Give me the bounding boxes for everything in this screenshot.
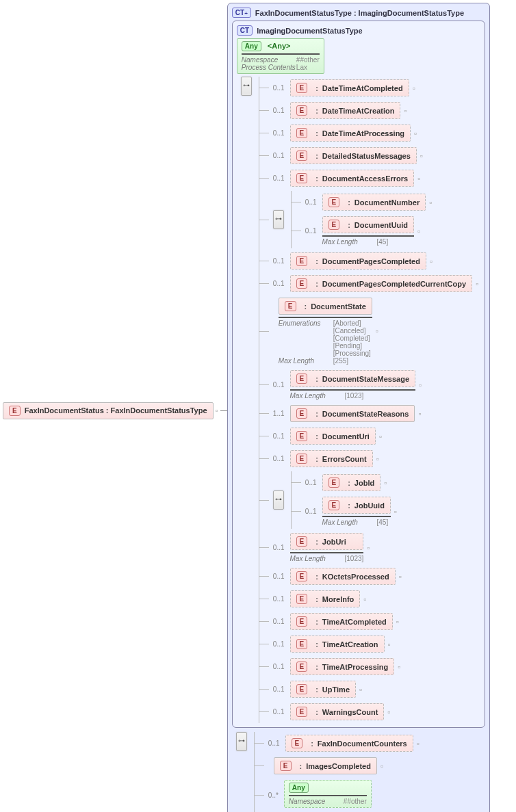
element-badge: E bbox=[292, 738, 303, 748]
element-badge: E bbox=[9, 406, 21, 416]
sequence-compositor[interactable] bbox=[273, 210, 284, 229]
expand-icon[interactable]: ▫ bbox=[214, 406, 220, 415]
ref-element[interactable]: E : TimeAtCompleted bbox=[290, 613, 393, 630]
expand-icon[interactable]: ▫ bbox=[386, 640, 393, 649]
ref-name: JobUuid bbox=[354, 501, 385, 510]
ref-element[interactable]: E : DocumentUuid bbox=[322, 216, 415, 233]
ref-element[interactable]: E : DocumentNumber bbox=[322, 194, 426, 211]
expand-icon[interactable]: ▫ bbox=[394, 617, 401, 627]
any-wildcard[interactable]: Any Namespace##other bbox=[284, 780, 372, 808]
cardinality: 0..1 bbox=[269, 107, 289, 114]
expand-icon[interactable]: ▫ bbox=[374, 454, 381, 464]
cardinality: 0..1 bbox=[301, 198, 321, 206]
ref-element[interactable]: E : DocumentPagesCompletedCurrentCopy bbox=[290, 275, 473, 292]
cardinality: 0..1 bbox=[269, 152, 289, 159]
ref-element[interactable]: E : DateTimeAtCreation bbox=[290, 102, 401, 119]
root-label: FaxInDocumentStatus : FaxInDocumentStatu… bbox=[25, 406, 207, 415]
expand-icon[interactable]: ▫ bbox=[427, 198, 434, 207]
expand-icon[interactable]: ▫ bbox=[416, 409, 423, 419]
cardinality: 0..1 bbox=[269, 280, 289, 287]
ref-name: KOctetsProcessed bbox=[322, 573, 389, 581]
expand-icon[interactable]: ▫ bbox=[415, 226, 422, 236]
sequence-compositor[interactable] bbox=[241, 77, 252, 96]
ref-element[interactable]: E : DocumentUri bbox=[290, 428, 376, 445]
sequence-compositor[interactable] bbox=[273, 490, 284, 510]
ref-name: DocumentPagesCompletedCurrentCopy bbox=[322, 280, 466, 288]
element-badge: E bbox=[296, 662, 308, 672]
ref-element[interactable]: E : UpTime bbox=[290, 681, 356, 698]
ref-element[interactable]: E : DateTimeAtProcessing bbox=[290, 125, 411, 142]
expand-icon[interactable]: ▫ bbox=[412, 129, 419, 138]
ref-element[interactable]: E : DocumentStateMessage bbox=[290, 370, 416, 387]
expand-icon[interactable]: ▫ bbox=[415, 174, 422, 183]
expand-icon[interactable]: ▫ bbox=[365, 543, 372, 553]
ref-element[interactable]: E : DocumentPagesCompleted bbox=[290, 252, 426, 270]
cardinality: 0..1 bbox=[301, 479, 321, 486]
element-badge: E bbox=[296, 536, 308, 547]
root-element[interactable]: E FaxInDocumentStatus : FaxInDocumentSta… bbox=[3, 402, 214, 419]
any-wildcard[interactable]: Any <Any> Namespace##otherProcess Conten… bbox=[237, 38, 324, 74]
outer-extra-group: 0..1 E : FaxInDocumentCounters ▫ E : Ima… bbox=[254, 732, 422, 812]
inner-ct-header[interactable]: CT ImagingDocumentStatusType bbox=[237, 25, 481, 36]
element-badge: E bbox=[280, 761, 292, 771]
expand-icon[interactable]: ▫ bbox=[415, 739, 422, 748]
ref-name: MoreInfo bbox=[322, 595, 354, 603]
ref-name: DocumentNumber bbox=[354, 198, 420, 207]
expand-icon[interactable]: ▫ bbox=[417, 380, 424, 390]
facets: Max Length[1023] bbox=[290, 552, 364, 562]
expand-icon[interactable]: ▫ bbox=[382, 478, 389, 488]
expand-icon[interactable]: ▫ bbox=[411, 83, 417, 93]
ref-element[interactable]: E : KOctetsProcessed bbox=[290, 568, 396, 585]
expand-icon[interactable]: ▫ bbox=[418, 151, 425, 161]
ref-element[interactable]: E : WarningsCount bbox=[290, 703, 385, 720]
cardinality: 0..1 bbox=[269, 618, 289, 625]
cardinality: 0..1 bbox=[269, 455, 289, 462]
ref-element[interactable]: E : DetailedStatusMessages bbox=[290, 147, 417, 164]
ref-element[interactable]: E : JobUuid bbox=[322, 497, 391, 514]
expand-icon[interactable]: ▫ bbox=[402, 106, 409, 116]
ref-name: DocumentAccessErrors bbox=[322, 174, 408, 183]
cardinality: 0..1 bbox=[269, 573, 289, 580]
expand-icon[interactable]: ▫ bbox=[385, 707, 392, 717]
outer-ct-header[interactable]: CT+ FaxInDocumentStatusType : ImagingDoc… bbox=[232, 8, 486, 18]
ref-name: TimeAtCreation bbox=[322, 640, 378, 649]
ref-element[interactable]: E : DocumentState bbox=[279, 298, 372, 315]
expand-icon[interactable]: ▫ bbox=[396, 662, 402, 672]
cardinality: 0..1 bbox=[301, 508, 321, 515]
expand-icon[interactable]: ▫ bbox=[392, 507, 399, 516]
cardinality: 1..1 bbox=[269, 410, 289, 417]
ref-element[interactable]: E : ImagesCompleted bbox=[274, 757, 377, 774]
cardinality: 0..1 bbox=[269, 257, 289, 265]
ref-element[interactable]: E : MoreInfo bbox=[290, 590, 361, 607]
ref-element[interactable]: E : TimeAtCreation bbox=[290, 636, 385, 653]
ref-element[interactable]: E : DocumentStateReasons bbox=[290, 405, 415, 422]
expand-icon[interactable]: ▫ bbox=[361, 594, 368, 604]
cardinality: 0..1 bbox=[269, 663, 289, 670]
outer-complex-type: CT+ FaxInDocumentStatusType : ImagingDoc… bbox=[227, 3, 491, 812]
expand-icon[interactable]: ▫ bbox=[474, 279, 480, 289]
expand-icon[interactable]: ▫ bbox=[428, 257, 435, 266]
expand-icon[interactable]: ▫ bbox=[377, 432, 384, 441]
any-facets: Namespace##otherProcess ContentsLax bbox=[242, 53, 320, 71]
element-badge: E bbox=[296, 616, 308, 627]
facets: Enumerations[Aborted][Canceled][Complete… bbox=[279, 317, 372, 365]
ref-element[interactable]: E : DocumentAccessErrors bbox=[290, 170, 415, 187]
ref-element[interactable]: E : JobUri bbox=[290, 533, 364, 550]
expand-icon[interactable]: ▫ bbox=[357, 685, 364, 694]
ref-name: DetailedStatusMessages bbox=[322, 152, 411, 160]
expand-icon[interactable]: ▫ bbox=[397, 572, 404, 581]
ref-element[interactable]: E : FaxInDocumentCounters bbox=[285, 735, 413, 752]
sequence-compositor[interactable] bbox=[236, 732, 247, 751]
ref-element[interactable]: E : JobId bbox=[322, 474, 381, 491]
element-badge: E bbox=[328, 197, 340, 207]
expand-icon[interactable]: ▫ bbox=[374, 326, 380, 336]
facets: Namespace##other bbox=[289, 795, 367, 805]
element-badge: E bbox=[285, 301, 296, 311]
ref-name: DocumentUuid bbox=[354, 221, 408, 229]
ref-element[interactable]: E : ErrorsCount bbox=[290, 450, 373, 467]
ref-element[interactable]: E : TimeAtProcessing bbox=[290, 658, 395, 675]
ref-name: DateTimeAtCompleted bbox=[322, 84, 403, 92]
ref-name: TimeAtCompleted bbox=[322, 618, 387, 626]
expand-icon[interactable]: ▫ bbox=[378, 761, 385, 771]
ref-element[interactable]: E : DateTimeAtCompleted bbox=[290, 79, 409, 96]
